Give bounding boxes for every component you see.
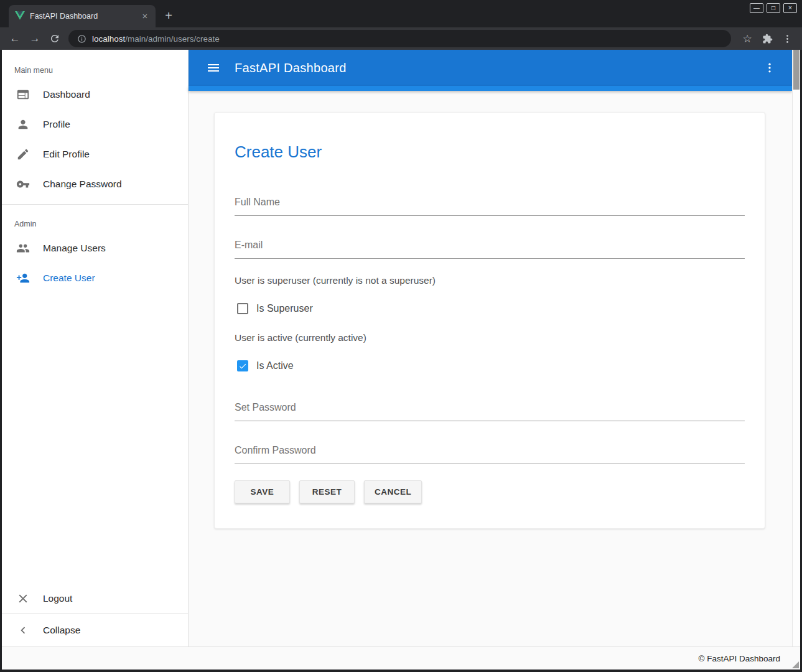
url-text: localhost/main/admin/users/create xyxy=(92,34,220,44)
app-bar: FastAPI Dashboard xyxy=(189,50,792,86)
superuser-checkbox-label: Is Superuser xyxy=(256,303,313,314)
resize-grip[interactable] xyxy=(792,661,799,668)
url-path: /main/admin/users/create xyxy=(125,34,220,44)
tab-title: FastAPI Dashboard xyxy=(30,12,134,21)
superuser-checkbox[interactable] xyxy=(237,303,248,314)
sidebar-spacer xyxy=(2,293,188,584)
sidebar-item-label: Manage Users xyxy=(43,243,106,254)
browser-tab[interactable]: FastAPI Dashboard × xyxy=(9,5,156,27)
sidebar: Main menu Dashboard Profile Edit Profile… xyxy=(2,50,189,646)
sidebar-item-label: Collapse xyxy=(43,625,80,636)
page-title: Create User xyxy=(235,142,745,162)
main-area: FastAPI Dashboard Create User User is su… xyxy=(189,50,792,646)
bookmark-star-icon[interactable]: ☆ xyxy=(739,30,756,47)
sidebar-section-admin: Admin xyxy=(2,210,188,233)
page-scrollbar[interactable] xyxy=(792,50,800,646)
superuser-checkbox-row[interactable]: Is Superuser xyxy=(237,301,745,316)
form-actions: SAVE RESET CANCEL xyxy=(235,480,745,503)
sidebar-divider xyxy=(2,204,188,205)
new-tab-button[interactable]: + xyxy=(159,7,178,26)
set-password-input[interactable] xyxy=(235,398,745,421)
pencil-icon xyxy=(16,147,30,162)
sidebar-item-profile[interactable]: Profile xyxy=(2,110,188,139)
back-icon[interactable]: ← xyxy=(6,30,24,47)
sidebar-item-change-password[interactable]: Change Password xyxy=(2,169,188,199)
maximize-icon[interactable]: □ xyxy=(767,3,780,13)
scrollbar-thumb[interactable] xyxy=(793,50,800,90)
sidebar-item-dashboard[interactable]: Dashboard xyxy=(2,80,188,110)
chevron-left-icon xyxy=(16,623,30,638)
create-user-card: Create User User is superuser (currently… xyxy=(214,112,765,529)
full-name-input[interactable] xyxy=(235,193,745,216)
superuser-hint: User is superuser (currently is not a su… xyxy=(235,275,745,286)
browser-titlebar: FastAPI Dashboard × + — □ × xyxy=(0,0,802,27)
sidebar-section-main: Main menu xyxy=(2,50,188,80)
sidebar-item-label: Create User xyxy=(43,273,95,284)
toolbar-right: ☆ xyxy=(737,30,797,47)
reset-button[interactable]: RESET xyxy=(299,480,355,503)
hamburger-menu-icon[interactable] xyxy=(205,59,222,77)
browser-window: FastAPI Dashboard × + — □ × ← → localhos… xyxy=(0,0,802,672)
check-icon xyxy=(238,362,247,371)
browser-toolbar: ← → localhost/main/admin/users/create ☆ xyxy=(0,27,802,50)
key-icon xyxy=(16,177,30,192)
sidebar-item-create-user[interactable]: Create User xyxy=(2,263,188,293)
page-footer: © FastAPI Dashboard xyxy=(2,646,800,670)
vue-favicon xyxy=(15,11,25,21)
dashboard-icon xyxy=(16,87,30,102)
person-icon xyxy=(16,117,30,132)
forward-icon[interactable]: → xyxy=(26,30,44,47)
logout-x-icon xyxy=(16,591,30,606)
people-icon xyxy=(16,241,30,256)
save-button[interactable]: SAVE xyxy=(235,480,290,503)
window-controls: — □ × xyxy=(750,3,797,13)
appbar-title: FastAPI Dashboard xyxy=(235,61,347,75)
extension-icon[interactable] xyxy=(758,30,776,47)
sidebar-item-collapse[interactable]: Collapse xyxy=(2,614,188,646)
sidebar-item-label: Logout xyxy=(43,593,72,604)
sidebar-item-label: Dashboard xyxy=(43,89,90,100)
confirm-password-input[interactable] xyxy=(235,441,745,464)
appbar-extension xyxy=(189,86,792,91)
active-checkbox[interactable] xyxy=(237,360,248,371)
url-host: localhost xyxy=(92,34,125,44)
tab-close-icon[interactable]: × xyxy=(139,11,151,22)
close-icon[interactable]: × xyxy=(783,3,797,13)
footer-copyright: © FastAPI Dashboard xyxy=(698,654,780,663)
minimize-icon[interactable]: — xyxy=(750,3,763,13)
appbar-kebab-icon[interactable] xyxy=(761,59,778,77)
sidebar-item-edit-profile[interactable]: Edit Profile xyxy=(2,139,188,169)
active-hint: User is active (currently active) xyxy=(235,332,745,343)
page-content: Create User User is superuser (currently… xyxy=(189,91,792,646)
sidebar-item-manage-users[interactable]: Manage Users xyxy=(2,233,188,263)
active-checkbox-row[interactable]: Is Active xyxy=(237,358,745,373)
person-add-icon xyxy=(16,271,30,286)
sidebar-item-label: Change Password xyxy=(43,179,122,190)
email-input[interactable] xyxy=(235,236,745,259)
browser-menu-kebab-icon[interactable] xyxy=(778,30,796,47)
info-icon[interactable] xyxy=(77,34,86,44)
reload-icon[interactable] xyxy=(46,30,63,47)
active-checkbox-label: Is Active xyxy=(256,360,294,371)
page-body: Main menu Dashboard Profile Edit Profile… xyxy=(2,50,800,670)
address-bar[interactable]: localhost/main/admin/users/create xyxy=(68,30,731,47)
sidebar-item-logout[interactable]: Logout xyxy=(2,584,188,614)
sidebar-item-label: Edit Profile xyxy=(43,149,90,160)
sidebar-item-label: Profile xyxy=(43,119,70,130)
cancel-button[interactable]: CANCEL xyxy=(364,480,422,503)
